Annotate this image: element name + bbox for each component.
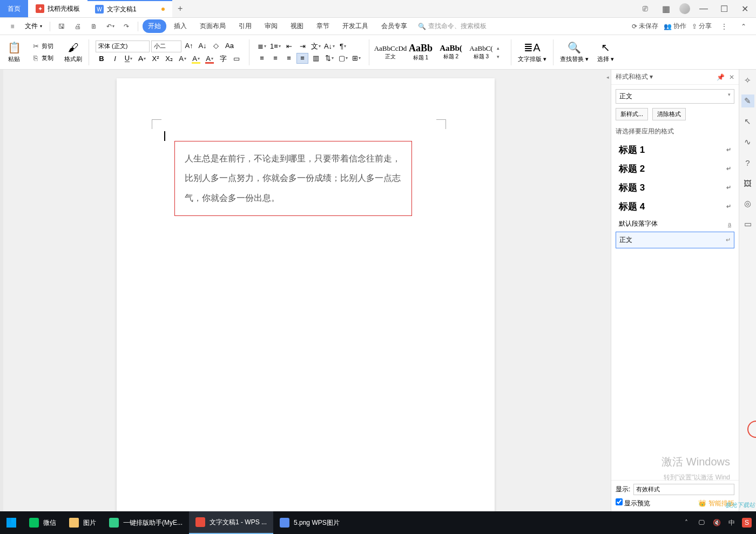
ts-target-icon[interactable]: ◎ (741, 197, 754, 210)
close-button[interactable]: ✕ (738, 2, 752, 16)
page[interactable]: 人生总是在前行，不论走到哪里，只要带着信念往前走，比别人多一点努力，你就会多一份… (117, 78, 495, 511)
phonetic-button[interactable]: 字 (217, 53, 229, 64)
new-style-button[interactable]: 新样式... (616, 108, 648, 120)
style-normal[interactable]: AaBbCcDd正文 (376, 40, 405, 65)
text-box[interactable]: 人生总是在前行，不论走到哪里，只要带着信念往前走，比别人多一点努力，你就会多一份… (174, 141, 412, 216)
increase-font-icon[interactable]: A↑ (183, 40, 195, 51)
italic-button[interactable]: I (109, 53, 121, 64)
show-marks-button[interactable]: ¶ (337, 41, 349, 52)
underline-button[interactable]: U (123, 53, 134, 64)
maximize-button[interactable]: ☐ (717, 2, 731, 16)
ts-pencil-icon[interactable]: ✎ (741, 94, 754, 107)
menu-start[interactable]: 开始 (143, 19, 166, 33)
bold-button[interactable]: B (96, 53, 107, 64)
asian-layout-button[interactable]: 文 (310, 41, 322, 52)
collaborate-link[interactable]: 👥协作 (664, 22, 686, 31)
menu-devtools[interactable]: 开发工具 (337, 19, 374, 33)
tab-template[interactable]: ✦ 找稻壳模板 (28, 0, 87, 17)
document-area[interactable]: ◂ 人生总是在前行，不论走到哪里，只要带着信念往前走，比别人多一点努力，你就会多… (0, 70, 611, 511)
text-effect-button[interactable]: A (177, 53, 188, 64)
menu-references[interactable]: 引用 (233, 19, 257, 33)
ts-image-icon[interactable]: 🖼 (741, 177, 754, 190)
list-style-normal[interactable]: 正文↵ (616, 232, 734, 248)
menu-view[interactable]: 视图 (285, 19, 309, 33)
share-link[interactable]: ⇪分享 (692, 22, 712, 31)
ts-help-icon[interactable]: ? (741, 156, 754, 169)
distribute-button[interactable]: ▥ (310, 53, 322, 64)
hamburger-icon[interactable]: ≡ (5, 19, 19, 33)
change-case-icon[interactable]: Aa (224, 40, 235, 51)
number-list-button[interactable]: 1≡ (269, 41, 281, 52)
clear-format-button[interactable]: 清除格式 (652, 108, 686, 120)
subscript-button[interactable]: X₂ (163, 53, 175, 64)
style-h3[interactable]: AaBbC(标题 3 (467, 40, 496, 65)
unsaved-link[interactable]: ⟳未保存 (632, 22, 658, 31)
file-menu[interactable]: 文件 ▾ (22, 22, 45, 31)
tb-wpspic[interactable]: 5.png WPS图片 (273, 511, 346, 534)
style-h2[interactable]: AaBb(标题 2 (436, 40, 465, 65)
find-replace-button[interactable]: 🔍查找替换 ▾ (560, 41, 589, 63)
strikethrough-button[interactable]: A̶ (136, 53, 148, 64)
copy-button[interactable]: ⎘复制 (29, 53, 56, 64)
tb-start[interactable] (0, 511, 23, 534)
list-style-h4[interactable]: 标题 4↵ (616, 197, 734, 216)
cut-button[interactable]: ✂剪切 (29, 41, 56, 52)
increase-indent-button[interactable]: ⇥ (296, 41, 308, 52)
tab-home[interactable]: 首页 (0, 0, 28, 17)
ts-select-icon[interactable]: ↖ (741, 115, 754, 128)
text-layout-button[interactable]: ≣A文字排版 ▾ (518, 41, 546, 63)
print-icon[interactable]: 🖨 (71, 19, 85, 33)
tray-sogou-icon[interactable]: S (742, 518, 752, 528)
line-spacing-button[interactable]: ⇅ (323, 53, 335, 64)
menu-review[interactable]: 审阅 (259, 19, 283, 33)
style-h1[interactable]: AaBb标题 1 (406, 40, 435, 65)
tb-myeditor[interactable]: 一键排版助手(MyE... (103, 511, 189, 534)
bullet-list-button[interactable]: ≣ (256, 41, 268, 52)
menu-page-layout[interactable]: 页面布局 (194, 19, 231, 33)
preview-icon[interactable]: 🗎 (87, 19, 101, 33)
font-name-select[interactable] (96, 40, 150, 52)
align-right-button[interactable]: ≡ (283, 53, 295, 64)
border-button[interactable]: ⊞ (350, 53, 362, 64)
align-justify-button[interactable]: ≡ (296, 53, 308, 64)
list-style-h3[interactable]: 标题 3↵ (616, 178, 734, 197)
format-painter-button[interactable]: 🖌 格式刷 (64, 41, 82, 63)
char-border-button[interactable]: ▭ (231, 53, 242, 64)
close-panel-icon[interactable]: ✕ (729, 73, 734, 81)
sort-button[interactable]: A↓ (323, 41, 335, 52)
decrease-font-icon[interactable]: A↓ (197, 40, 208, 51)
ts-assistant-icon[interactable]: ✧ (741, 74, 754, 87)
tb-wps[interactable]: 文字文稿1 - WPS ... (189, 511, 273, 534)
redo-button[interactable]: ↷ (119, 19, 133, 33)
layout-icon[interactable]: ⎚ (638, 2, 652, 16)
font-color-button[interactable]: A (204, 53, 215, 64)
paste-button[interactable]: 📋 粘贴 (8, 41, 21, 63)
panel-toggle-icon[interactable]: ◂ (604, 74, 611, 80)
tb-wechat[interactable]: 微信 (23, 511, 63, 534)
tab-document[interactable]: W 文字文稿1 (87, 0, 172, 17)
avatar[interactable] (679, 3, 690, 14)
minimize-button[interactable]: — (697, 2, 711, 16)
ts-book-icon[interactable]: ▭ (741, 218, 754, 231)
font-size-select[interactable] (151, 40, 181, 52)
ts-settings-icon[interactable]: ∿ (741, 136, 754, 148)
new-tab-button[interactable]: + (172, 0, 188, 17)
tray-up-icon[interactable]: ˄ (681, 518, 691, 528)
apps-icon[interactable]: ▦ (659, 2, 673, 16)
more-icon[interactable]: ⋮ (717, 19, 731, 33)
align-center-button[interactable]: ≡ (269, 53, 281, 64)
tb-pictures[interactable]: 图片 (63, 511, 103, 534)
superscript-button[interactable]: X² (150, 53, 161, 64)
highlight-button[interactable]: A (190, 53, 202, 64)
tray-monitor-icon[interactable]: 🖵 (697, 518, 706, 528)
collapse-ribbon-icon[interactable]: ⌃ (737, 19, 751, 33)
shading-button[interactable]: ▢ (337, 53, 349, 64)
align-left-button[interactable]: ≡ (256, 53, 268, 64)
show-filter-select[interactable]: 有效样式 (633, 484, 734, 495)
current-style-select[interactable]: 正文▾ (616, 89, 734, 104)
pin-icon[interactable]: 📌 (717, 73, 725, 81)
clear-format-icon[interactable]: ◇ (210, 40, 222, 51)
list-style-h2[interactable]: 标题 2↵ (616, 159, 734, 178)
list-style-default-font[interactable]: 默认段落字体a (616, 216, 734, 232)
save-icon[interactable]: 🖫 (55, 19, 69, 33)
